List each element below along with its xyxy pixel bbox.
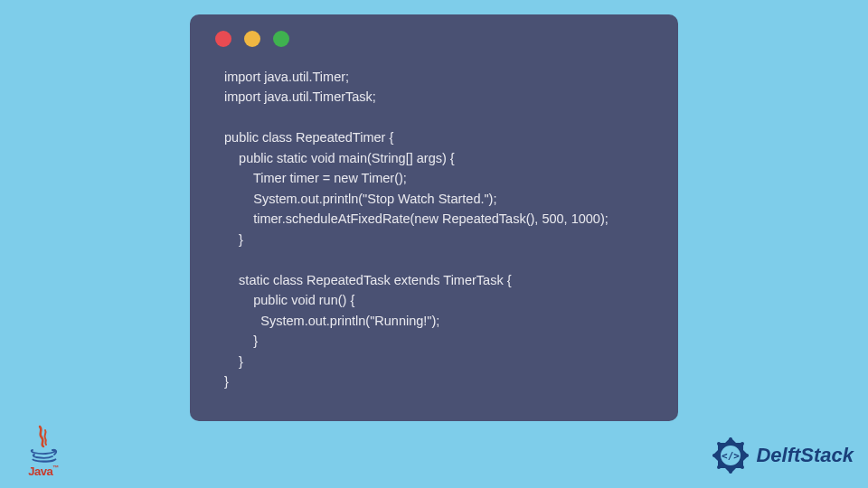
code-block: import java.util.Timer; import java.util… <box>212 67 656 392</box>
svg-point-9 <box>717 442 721 446</box>
window-controls <box>212 31 656 47</box>
java-label: Java <box>28 465 52 478</box>
svg-point-3 <box>741 442 744 446</box>
java-cup-icon <box>27 425 60 463</box>
window-dot-yellow <box>244 31 260 47</box>
svg-point-4 <box>745 454 749 457</box>
svg-point-7 <box>717 465 721 469</box>
window-dot-red <box>215 31 231 47</box>
svg-point-6 <box>729 470 732 474</box>
svg-point-2 <box>729 437 732 441</box>
svg-point-5 <box>741 465 744 469</box>
delftstack-icon: </> <box>711 436 750 475</box>
code-window: import java.util.Timer; import java.util… <box>190 14 678 421</box>
svg-text:</>: </> <box>722 450 740 462</box>
svg-point-8 <box>712 454 716 457</box>
java-tm: ™ <box>52 465 59 471</box>
java-logo-text: Java™ <box>28 463 58 479</box>
java-logo: Java™ <box>22 421 65 479</box>
window-dot-green <box>273 31 289 47</box>
delftstack-logo: </> DelftStack <box>711 436 854 475</box>
delftstack-label: DelftStack <box>756 444 854 467</box>
